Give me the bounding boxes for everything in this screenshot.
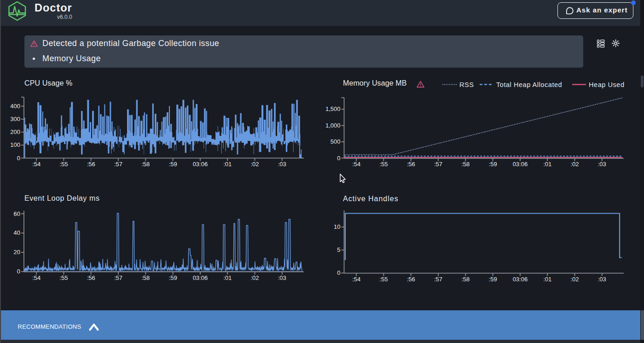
svg-text::55: :55 [379, 161, 388, 168]
svg-text:100: 100 [10, 141, 20, 148]
svg-text:03:06: 03:06 [513, 161, 528, 168]
svg-text:0: 0 [337, 269, 340, 276]
svg-text::56: :56 [407, 276, 415, 283]
svg-text::01: :01 [543, 161, 551, 168]
svg-text:0: 0 [17, 155, 20, 162]
svg-text::03: :03 [278, 161, 286, 168]
svg-text:Total Heap Allocated: Total Heap Allocated [496, 81, 562, 88]
svg-text::02: :02 [570, 161, 579, 168]
svg-text::56: :56 [407, 161, 415, 168]
svg-text:200: 200 [10, 128, 20, 135]
svg-text::03: :03 [598, 276, 606, 283]
svg-text::01: :01 [223, 274, 232, 281]
svg-text::57: :57 [434, 161, 442, 168]
svg-text::58: :58 [461, 161, 470, 168]
svg-text:1,500: 1,500 [325, 105, 341, 112]
svg-text:10: 10 [334, 223, 340, 230]
svg-text:03:06: 03:06 [513, 276, 528, 283]
svg-text::59: :59 [169, 274, 177, 281]
svg-text:5: 5 [337, 246, 340, 253]
svg-text::58: :58 [461, 276, 470, 283]
svg-text:RSS: RSS [459, 81, 474, 88]
svg-text:03:06: 03:06 [193, 161, 208, 168]
svg-text:40: 40 [14, 229, 20, 236]
svg-text:20: 20 [14, 249, 20, 256]
svg-text::02: :02 [570, 276, 579, 283]
svg-text::56: :56 [87, 161, 95, 168]
svg-text::55: :55 [59, 161, 68, 168]
svg-text:0: 0 [17, 268, 20, 275]
svg-text::55: :55 [379, 276, 388, 283]
svg-text::58: :58 [141, 161, 150, 168]
svg-text::54: :54 [352, 276, 360, 283]
svg-text::58: :58 [141, 274, 150, 281]
svg-text::59: :59 [169, 161, 177, 168]
svg-text::55: :55 [59, 274, 68, 281]
svg-text::03: :03 [598, 161, 606, 168]
svg-text::59: :59 [489, 276, 497, 283]
svg-text:60: 60 [14, 210, 20, 217]
svg-text::57: :57 [114, 161, 122, 168]
svg-text::54: :54 [32, 161, 41, 168]
svg-text::02: :02 [250, 161, 259, 168]
svg-text::59: :59 [489, 161, 497, 168]
svg-text:1,000: 1,000 [325, 122, 341, 129]
svg-text::03: :03 [278, 274, 286, 281]
svg-text:300: 300 [10, 116, 20, 122]
svg-text::56: :56 [87, 274, 95, 281]
svg-text::57: :57 [114, 274, 122, 281]
svg-text::57: :57 [434, 276, 442, 283]
svg-text::54: :54 [32, 274, 41, 281]
svg-text:0: 0 [337, 155, 340, 162]
svg-text::01: :01 [543, 276, 551, 283]
svg-text:400: 400 [10, 103, 20, 110]
svg-text::01: :01 [223, 161, 232, 168]
svg-text:500: 500 [331, 138, 341, 145]
svg-text:03:06: 03:06 [193, 274, 208, 281]
svg-text:Heap Used: Heap Used [589, 81, 625, 88]
svg-text::54: :54 [352, 161, 360, 168]
svg-text::02: :02 [250, 274, 259, 281]
